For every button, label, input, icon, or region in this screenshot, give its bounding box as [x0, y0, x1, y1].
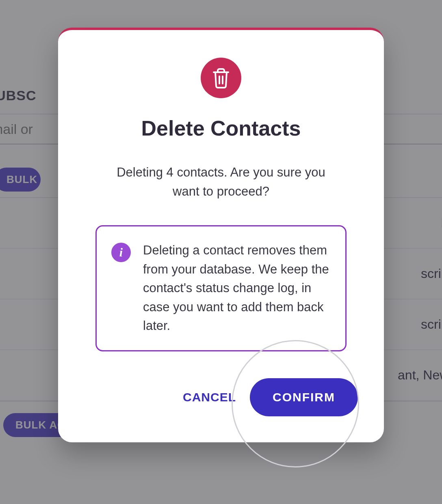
- confirm-button[interactable]: CONFIRM: [250, 378, 358, 416]
- modal-info-box: i Deleting a contact removes them from y…: [95, 225, 347, 351]
- modal-title: Delete Contacts: [84, 116, 358, 140]
- delete-contacts-modal: Delete Contacts Deleting 4 contacts. Are…: [58, 28, 384, 442]
- modal-info-text: Deleting a contact removes them from you…: [143, 241, 331, 336]
- trash-icon: [201, 58, 241, 98]
- modal-overlay[interactable]: Delete Contacts Deleting 4 contacts. Are…: [0, 0, 442, 504]
- cancel-button[interactable]: CANCEL: [180, 386, 238, 408]
- modal-actions: CANCEL CONFIRM: [84, 378, 358, 416]
- info-icon: i: [111, 243, 131, 262]
- modal-subtitle: Deleting 4 contacts. Are you sure you wa…: [107, 163, 335, 201]
